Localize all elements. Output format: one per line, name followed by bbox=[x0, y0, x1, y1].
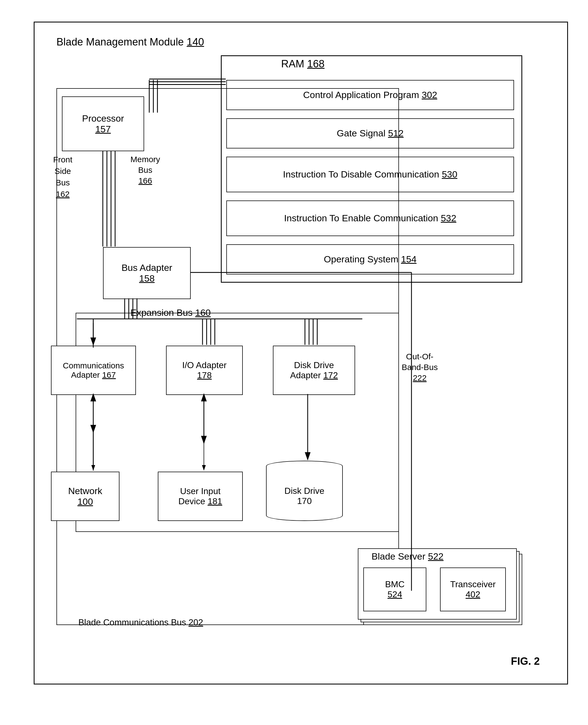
ram-title: RAM 168 bbox=[281, 58, 324, 70]
bmc-box: BMC 524 bbox=[363, 568, 426, 611]
fig-label: FIG. 2 bbox=[511, 656, 540, 667]
blade-comm-bus-label: Blade Communications Bus 202 bbox=[78, 617, 203, 628]
user-input-box: User Input Device 181 bbox=[158, 472, 243, 521]
network-box: Network 100 bbox=[51, 472, 120, 521]
page-container: Blade Management Module 140 RAM 168 Cont… bbox=[0, 0, 588, 725]
diagram-wrapper: Blade Management Module 140 RAM 168 Cont… bbox=[20, 14, 568, 712]
main-title: Blade Management Module 140 bbox=[57, 36, 204, 48]
oob-label: Out-Of- Band-Bus 222 bbox=[402, 351, 438, 383]
blade-server-title: Blade Server 522 bbox=[372, 551, 444, 562]
title-ref: 140 bbox=[187, 36, 204, 48]
main-frame: Blade Management Module 140 RAM 168 Cont… bbox=[34, 22, 568, 684]
io-adapter-box: I/O Adapter 178 bbox=[166, 346, 243, 395]
disk-drive-cylinder: Disk Drive 170 bbox=[266, 461, 343, 524]
title-text: Blade Management Module bbox=[57, 36, 184, 48]
disk-adapter-box: Disk Drive Adapter 172 bbox=[273, 346, 355, 395]
cylinder-body: Disk Drive 170 bbox=[266, 466, 343, 521]
comm-adapter-box: Communications Adapter 167 bbox=[51, 346, 136, 395]
transceiver-box: Transceiver 402 bbox=[440, 568, 506, 611]
